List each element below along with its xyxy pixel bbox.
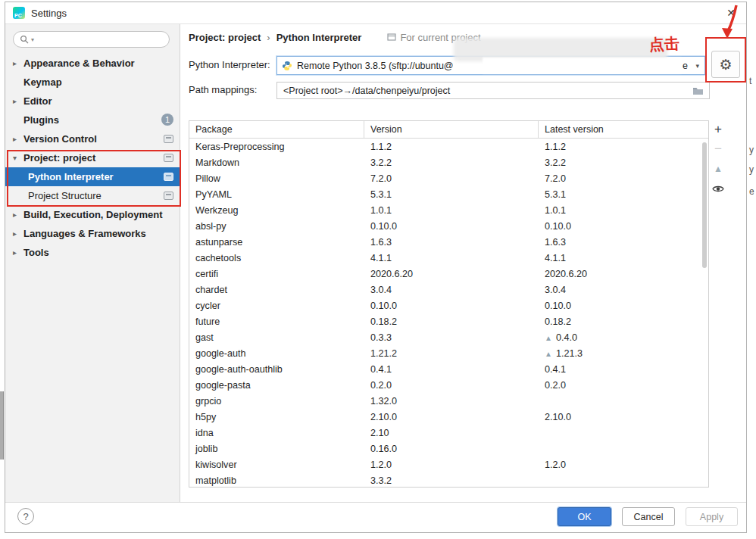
- package-latest-version: 0.10.0: [539, 301, 708, 311]
- close-icon[interactable]: ✕: [726, 7, 736, 19]
- sidebar-item-version-control[interactable]: ▸Version Control: [5, 129, 180, 148]
- chevron-right-icon[interactable]: ▸: [13, 97, 23, 105]
- sidebar-item-build-execution-deployment[interactable]: ▸Build, Execution, Deployment: [5, 205, 180, 224]
- breadcrumb-separator-icon: ›: [267, 32, 270, 43]
- package-latest-version: ▲1.21.3: [539, 348, 708, 359]
- package-name: matplotlib: [189, 475, 364, 486]
- chevron-right-icon[interactable]: ▸: [13, 210, 23, 219]
- package-name: Pillow: [189, 173, 364, 184]
- ok-button[interactable]: OK: [558, 507, 611, 526]
- sidebar-item-languages-frameworks[interactable]: ▸Languages & Frameworks: [5, 224, 180, 243]
- package-row[interactable]: astunparse1.6.31.6.3: [189, 234, 708, 250]
- sidebar-item-project-structure[interactable]: Project Structure: [5, 186, 180, 205]
- package-latest-version: 7.2.0: [539, 173, 708, 184]
- package-row[interactable]: PyYAML5.3.15.3.1: [189, 186, 708, 202]
- package-name: h5py: [189, 412, 364, 422]
- package-version: 1.6.3: [364, 237, 539, 248]
- sidebar-item-label: Version Control: [23, 133, 97, 145]
- sidebar-item-project-project[interactable]: ▾Project: project: [5, 148, 180, 167]
- column-header-latest-version[interactable]: Latest version: [539, 121, 708, 138]
- search-input[interactable]: [36, 34, 163, 45]
- package-latest-version: 1.2.0: [539, 460, 708, 470]
- package-latest-version: 2020.6.20: [539, 269, 708, 279]
- package-row[interactable]: google-pasta0.2.00.2.0: [189, 377, 708, 393]
- table-scrollbar-thumb[interactable]: [702, 142, 707, 268]
- sidebar-item-editor[interactable]: ▸Editor: [5, 92, 180, 111]
- package-row[interactable]: Werkzeug1.0.11.0.1: [189, 202, 708, 218]
- package-version: 0.2.0: [364, 380, 539, 391]
- breadcrumb-project[interactable]: Project: project: [189, 32, 261, 43]
- table-scrollbar[interactable]: [701, 139, 708, 486]
- background-scrollbar-fragment: [0, 391, 4, 460]
- package-name: cachetools: [189, 253, 364, 263]
- show-early-releases-button[interactable]: [710, 180, 726, 197]
- chevron-down-icon[interactable]: ▾: [695, 62, 699, 70]
- package-row[interactable]: certifi2020.6.202020.6.20: [189, 266, 708, 282]
- chevron-right-icon[interactable]: ▸: [13, 229, 23, 238]
- package-row[interactable]: Keras-Preprocessing1.1.21.1.2: [189, 139, 708, 154]
- sidebar-item-label: Languages & Frameworks: [23, 228, 146, 239]
- folder-icon[interactable]: [692, 86, 704, 98]
- background-text-fragment: y: [749, 145, 754, 155]
- chevron-right-icon[interactable]: ▸: [13, 59, 23, 67]
- package-row[interactable]: absl-py0.10.00.10.0: [189, 218, 708, 234]
- package-row[interactable]: idna2.10: [189, 425, 708, 441]
- sidebar-item-appearance-behavior[interactable]: ▸Appearance & Behavior: [5, 54, 180, 73]
- package-version: 3.3.2: [364, 475, 539, 486]
- package-latest-version: ▲0.4.0: [539, 332, 708, 343]
- package-latest-version: 0.4.1: [539, 364, 708, 375]
- chevron-right-icon[interactable]: ▸: [13, 135, 23, 143]
- chevron-down-icon[interactable]: ▾: [13, 154, 23, 162]
- package-latest-version: 3.0.4: [539, 285, 708, 295]
- interpreter-settings-button[interactable]: ⚙: [711, 51, 740, 78]
- package-row[interactable]: Pillow7.2.07.2.0: [189, 170, 708, 186]
- upgrade-package-button[interactable]: ▲: [710, 160, 726, 177]
- sidebar-item-keymap[interactable]: Keymap: [5, 73, 180, 92]
- search-icon: [20, 35, 29, 44]
- package-row[interactable]: joblib0.16.0: [189, 441, 708, 456]
- package-row[interactable]: google-auth-oauthlib0.4.10.4.1: [189, 361, 708, 377]
- python-icon: [282, 61, 292, 71]
- package-version: 1.1.2: [364, 142, 539, 152]
- package-row[interactable]: future0.18.20.18.2: [189, 313, 708, 329]
- package-version: 7.2.0: [364, 173, 539, 184]
- package-name: absl-py: [189, 221, 364, 232]
- package-latest-version: 4.1.1: [539, 253, 708, 263]
- help-button[interactable]: ?: [17, 508, 34, 525]
- package-version: 0.3.3: [364, 332, 539, 343]
- package-row[interactable]: matplotlib3.3.2: [189, 472, 708, 488]
- chevron-right-icon[interactable]: ▸: [13, 248, 23, 257]
- package-latest-version: 0.18.2: [539, 316, 708, 327]
- search-box[interactable]: ▾: [13, 31, 170, 48]
- for-current-project-icon: [387, 33, 396, 42]
- cancel-button[interactable]: Cancel: [622, 507, 675, 526]
- package-row[interactable]: cachetools4.1.14.1.1: [189, 250, 708, 266]
- path-mappings-field[interactable]: <Project root>→/data/chenpeiyu/project: [276, 82, 710, 99]
- eye-icon: [712, 185, 724, 193]
- apply-button[interactable]: Apply: [686, 507, 738, 526]
- package-latest-version: 0.10.0: [539, 221, 708, 232]
- column-header-package[interactable]: Package: [189, 121, 364, 138]
- sidebar-item-python-interpreter[interactable]: Python Interpreter: [5, 167, 180, 186]
- package-row[interactable]: google-auth1.21.2▲1.21.3: [189, 345, 708, 361]
- pycharm-logo-icon: PC: [13, 7, 25, 19]
- package-row[interactable]: Markdown3.2.23.2.2: [189, 154, 708, 170]
- package-row[interactable]: cycler0.10.00.10.0: [189, 298, 708, 313]
- package-row[interactable]: grpcio1.32.0: [189, 393, 708, 409]
- breadcrumb-page: Python Interpreter: [276, 32, 362, 43]
- package-row[interactable]: chardet3.0.43.0.4: [189, 282, 708, 298]
- gear-icon: ⚙: [719, 56, 732, 73]
- project-scope-icon: [164, 192, 173, 200]
- package-row[interactable]: h5py2.10.02.10.0: [189, 409, 708, 425]
- sidebar-item-tools[interactable]: ▸Tools: [5, 243, 180, 262]
- package-version: 3.0.4: [364, 285, 539, 295]
- package-row[interactable]: kiwisolver1.2.01.2.0: [189, 456, 708, 472]
- package-row[interactable]: gast0.3.3▲0.4.0: [189, 329, 708, 345]
- column-header-version[interactable]: Version: [364, 121, 539, 138]
- sidebar-item-plugins[interactable]: Plugins1: [5, 111, 180, 129]
- install-package-button[interactable]: +: [710, 121, 726, 138]
- uninstall-package-button[interactable]: −: [710, 141, 726, 157]
- path-mappings-value: <Project root>→/data/chenpeiyu/project: [283, 86, 450, 96]
- interpreter-value: Remote Python 3.8.5 (sftp://ubuntu@: [297, 61, 454, 71]
- package-table-body: Keras-Preprocessing1.1.21.1.2Markdown3.2…: [189, 139, 708, 488]
